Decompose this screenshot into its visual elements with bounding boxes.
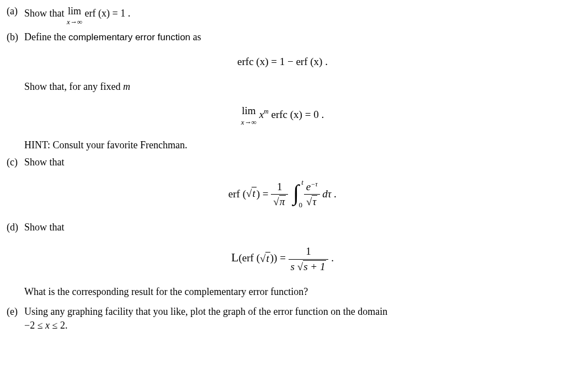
limit-symbol: lim x→∞ (67, 4, 82, 27)
lim-sub: x→∞ (67, 17, 82, 27)
part-e-x: x (45, 320, 50, 331)
sqrt-t: √t (260, 251, 270, 266)
part-e-body: Using any graphing facility that you lik… (24, 305, 558, 332)
part-b-term: complementary error function (68, 32, 190, 42)
part-c-eq: erf (√t) = 1 √π t ∫ 0 e−τ √τ dτ . (7, 180, 558, 210)
frac-1-over-sqrt-pi: 1 √π (271, 180, 288, 210)
part-e-text2a: −2 ≤ (24, 320, 45, 331)
part-b-eq1: erfc (x) = 1 − erf (x) . (7, 55, 558, 69)
part-e-text2c: ≤ 2. (50, 320, 67, 331)
frac-num: 1 (289, 244, 329, 260)
eq2-tail: erfc (x) = 0 . (269, 109, 324, 120)
part-b: (b) Define the complementary error funct… (7, 30, 558, 44)
part-a: (a) Show that lim x→∞ erf (x) = 1 . (7, 4, 558, 27)
part-c-label: (c) (7, 155, 24, 169)
d-lhs2: )) = (270, 253, 289, 264)
int-lower: 0 (299, 200, 302, 210)
frac-den: s √s + 1 (289, 260, 329, 275)
sqrt-tau-radicand: τ (312, 195, 317, 207)
part-a-prefix: Show that (24, 8, 67, 19)
part-e: (e) Using any graphing facility that you… (7, 305, 558, 332)
part-b-eq2: lim x→∞ xm erfc (x) = 0 . (7, 104, 558, 127)
sqrt-pi: √π (273, 195, 286, 210)
sqrt-pi-radicand: π (279, 195, 286, 207)
int-glyph: ∫ (293, 184, 299, 202)
part-e-label: (e) (7, 305, 24, 319)
erf-open: erf ( (228, 187, 246, 199)
part-c: (c) Show that (7, 155, 558, 169)
laplace-L: L (231, 251, 238, 265)
frac-laplace-result: 1 s √s + 1 (289, 244, 329, 274)
part-b-m: m (123, 81, 130, 92)
integrand-num: e−τ (304, 180, 320, 195)
part-d-label: (d) (7, 221, 24, 234)
lim-word: lim (242, 105, 255, 116)
sqrt-t: √t (246, 186, 257, 201)
integrand-den: √τ (304, 195, 320, 210)
sqrt-t-radicand: t (265, 252, 270, 264)
part-a-label: (a) (7, 4, 24, 18)
part-d: (d) Show that (7, 221, 558, 234)
part-d-question: What is the corresponding result for the… (24, 285, 558, 299)
int-upper: t (301, 178, 303, 187)
part-d-text: Show that (24, 221, 558, 234)
lim-word: lim (68, 6, 81, 17)
eq2-x: x (259, 109, 264, 120)
frac-den: √π (271, 195, 288, 210)
part-b-line1c: as (190, 31, 201, 42)
part-e-text1: Using any graphing facility that you lik… (24, 306, 387, 317)
part-b-line2a: Show that, for any fixed (24, 81, 123, 92)
sqrt-splus1-radicand: s + 1 (303, 260, 326, 272)
part-b-body: Define the complementary error function … (24, 30, 558, 44)
part-b-line2: Show that, for any fixed m (24, 80, 558, 94)
part-b-line1a: Define the (24, 31, 68, 42)
part-a-expr: erf (x) = 1 . (85, 8, 131, 19)
erf-close: ) = (257, 187, 271, 199)
limit-symbol: lim x→∞ (241, 104, 257, 127)
frac-num: 1 (271, 180, 288, 195)
sqrt-t-radicand: t (252, 187, 256, 199)
d-lhs1: (erf ( (239, 253, 260, 264)
lim-sub: x→∞ (241, 117, 257, 127)
frac-integrand: e−τ √τ (304, 180, 320, 210)
sqrt-splus1: √s + 1 (297, 260, 327, 275)
eq2-sup: m (264, 108, 269, 116)
part-c-text: Show that (24, 155, 558, 169)
e-base: e (306, 181, 311, 192)
c-eq-tail: dτ . (322, 187, 337, 199)
d-eq-tail: . (331, 253, 334, 264)
e-exp: −τ (311, 180, 317, 188)
part-b-label: (b) (7, 30, 24, 44)
den-s: s (291, 261, 297, 272)
part-a-body: Show that lim x→∞ erf (x) = 1 . (24, 4, 558, 27)
part-b-hint: HINT: Consult your favorite Frenchman. (24, 138, 558, 152)
integral-symbol: t ∫ 0 (293, 184, 299, 205)
sqrt-tau: √τ (306, 195, 317, 210)
part-d-eq: L(erf (√t)) = 1 s √s + 1 . (7, 244, 558, 274)
